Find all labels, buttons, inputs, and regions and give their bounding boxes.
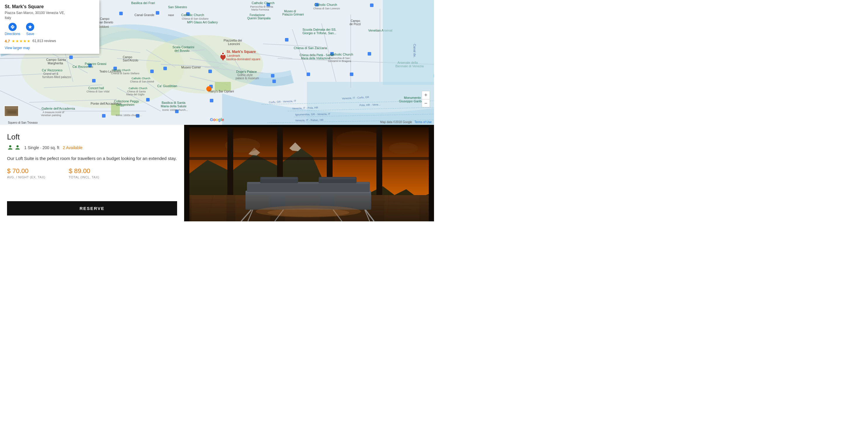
view-larger-link[interactable]: View larger map xyxy=(5,46,30,50)
reserve-button[interactable]: RESERVE xyxy=(7,201,177,215)
svg-text:de Pozzi: de Pozzi xyxy=(349,23,361,26)
svg-text:Querini Stampalia: Querini Stampalia xyxy=(247,17,271,20)
save-button[interactable]: Save xyxy=(26,23,34,36)
zoom-in-button[interactable]: + xyxy=(422,91,430,99)
svg-text:furniture-filled palazzo: furniture-filled palazzo xyxy=(42,76,71,79)
svg-text:Chiesa della Pietà - Santa: Chiesa della Pietà - Santa xyxy=(300,54,334,57)
svg-text:Giorgio e Trifone, San...: Giorgio e Trifone, San... xyxy=(303,31,336,35)
svg-rect-40 xyxy=(150,69,154,73)
svg-text:Chiesa di San Zaccaria: Chiesa di San Zaccaria xyxy=(294,46,327,50)
total-price-amount: $ 89.00 xyxy=(69,167,90,175)
svg-rect-190 xyxy=(429,125,434,222)
svg-text:Iconic 1600s church...: Iconic 1600s church... xyxy=(162,109,188,111)
svg-point-169 xyxy=(389,142,418,154)
svg-text:Concert hall: Concert hall xyxy=(88,87,104,90)
svg-text:Harry's Bar Cipriani: Harry's Bar Cipriani xyxy=(209,90,234,93)
avg-price-block: $ 70.00 AVG. / NIGHT (EX. TAX) xyxy=(7,167,45,179)
svg-text:Squero di San Trovaso: Squero di San Trovaso xyxy=(8,121,38,124)
svg-rect-207 xyxy=(191,195,226,222)
svg-text:Museo Correr: Museo Correr xyxy=(181,65,201,69)
svg-text:Maria della Visitazione: Maria della Visitazione xyxy=(301,57,330,60)
room-bed-config: 1 Single · 200 sq. ft xyxy=(24,145,59,150)
room-meta: 1 Single · 200 sq. ft 2 Available xyxy=(7,144,177,151)
svg-text:Chiesa di San Moisè: Chiesa di San Moisè xyxy=(130,80,154,83)
svg-rect-31 xyxy=(215,82,231,91)
total-price-label: TOTAL (INCL. TAX) xyxy=(69,175,99,179)
svg-rect-34 xyxy=(156,11,159,14)
svg-text:San Silvestro: San Silvestro xyxy=(168,5,187,9)
svg-rect-56 xyxy=(368,52,371,56)
svg-text:Igoumenitsa, GR - Venezia, IT: Igoumenitsa, GR - Venezia, IT xyxy=(295,113,331,116)
review-count: 61,813 reviews xyxy=(32,39,56,43)
stars: ★★★★★ xyxy=(12,39,31,43)
map-attribution: Map data ©2018 Google Terms of Use xyxy=(380,120,432,124)
svg-rect-160 xyxy=(8,111,17,114)
total-price-block: $ 89.00 TOTAL (INCL. TAX) xyxy=(69,167,99,179)
svg-text:Piazzetta dei: Piazzetta dei xyxy=(224,38,242,42)
svg-rect-44 xyxy=(210,99,213,102)
svg-text:Chiesa di San Lorenzo: Chiesa di San Lorenzo xyxy=(313,7,340,10)
svg-text:Margherita: Margherita xyxy=(48,61,63,65)
svg-text:Gothic-style: Gothic-style xyxy=(237,73,253,77)
svg-text:palace & museum: palace & museum xyxy=(236,77,259,80)
svg-rect-47 xyxy=(307,72,310,76)
map-info-panel: St. Mark's Square Piazza San Marco, 3010… xyxy=(0,0,99,54)
map-thumbnail xyxy=(4,106,19,117)
svg-rect-208 xyxy=(235,195,270,222)
pricing-row: $ 70.00 AVG. / NIGHT (EX. TAX) $ 89.00 T… xyxy=(7,167,177,179)
map-zoom-controls: + − xyxy=(422,91,430,107)
svg-text:Palazzo Grimani: Palazzo Grimani xyxy=(282,13,304,16)
svg-text:Grand art &: Grand art & xyxy=(43,72,58,76)
svg-rect-41 xyxy=(163,67,167,70)
svg-text:Iconic 1600s church...: Iconic 1600s church... xyxy=(116,114,142,117)
svg-text:Maria del Giglio: Maria del Giglio xyxy=(126,93,145,96)
svg-text:Parrocchia di San: Parrocchia di San xyxy=(329,57,350,60)
save-label: Save xyxy=(26,32,34,36)
svg-text:Campo: Campo xyxy=(351,19,360,23)
svg-text:Campo: Campo xyxy=(100,17,110,21)
svg-text:Ca' Rezzonico: Ca' Rezzonico xyxy=(42,68,63,72)
svg-text:Ca' Giustinian: Ca' Giustinian xyxy=(157,84,177,88)
room-scene-svg xyxy=(184,125,434,222)
avg-price-amount: $ 70.00 xyxy=(7,167,28,175)
svg-text:Catholic Church: Catholic Church xyxy=(314,3,337,6)
svg-text:Collezione Peggy: Collezione Peggy xyxy=(114,99,139,103)
svg-rect-187 xyxy=(184,157,434,160)
guest-icons xyxy=(7,144,21,151)
svg-text:Fondazione: Fondazione xyxy=(250,13,265,17)
directions-icon xyxy=(8,23,17,31)
svg-text:Sant'Anzolo: Sant'Anzolo xyxy=(123,59,138,62)
rating-number: 4.7 xyxy=(5,39,10,43)
svg-rect-52 xyxy=(92,79,96,83)
room-info-panel: Loft 1 Single · 200 sq. ft 2 Available xyxy=(0,125,184,222)
room-title: Loft xyxy=(7,132,177,142)
svg-text:Maria della Salute: Maria della Salute xyxy=(161,105,186,108)
svg-text:Monumento a: Monumento a xyxy=(404,96,424,99)
svg-text:Venezia, IT - Rabac, HR: Venezia, IT - Rabac, HR xyxy=(295,118,324,122)
room-description: Our Loft Suite is the pefect room for tr… xyxy=(7,155,177,162)
svg-rect-38 xyxy=(370,3,373,7)
svg-rect-189 xyxy=(184,125,189,222)
svg-rect-140 xyxy=(383,0,434,85)
svg-text:basilica-dominated square: basilica-dominated square xyxy=(226,58,260,61)
svg-text:Leoncini: Leoncini xyxy=(228,42,240,46)
svg-rect-58 xyxy=(102,114,105,118)
svg-text:Giovanni in Bragora: Giovanni in Bragora xyxy=(328,60,351,63)
svg-point-168 xyxy=(336,131,383,148)
google-logo: Google xyxy=(210,117,224,122)
svg-text:Scala Contarini: Scala Contarini xyxy=(173,45,194,49)
svg-rect-45 xyxy=(271,74,274,78)
svg-rect-188 xyxy=(184,125,434,127)
svg-text:Doge's Palace: Doge's Palace xyxy=(236,70,257,73)
directions-button[interactable]: Directions xyxy=(5,23,20,36)
svg-rect-48 xyxy=(350,72,353,76)
svg-text:Landmark: Landmark xyxy=(227,54,240,57)
room-content: Loft 1 Single · 200 sq. ft 2 Available xyxy=(7,132,177,185)
svg-text:Gallerie dell'Accademia: Gallerie dell'Accademia xyxy=(41,107,75,110)
svg-text:Campo: Campo xyxy=(123,56,132,59)
zoom-out-button[interactable]: − xyxy=(422,99,430,107)
svg-text:A treasure trove of: A treasure trove of xyxy=(43,111,64,114)
svg-text:Venetian painting: Venetian painting xyxy=(41,114,61,117)
svg-text:San Beneto: San Beneto xyxy=(98,21,114,24)
save-icon xyxy=(26,23,34,31)
